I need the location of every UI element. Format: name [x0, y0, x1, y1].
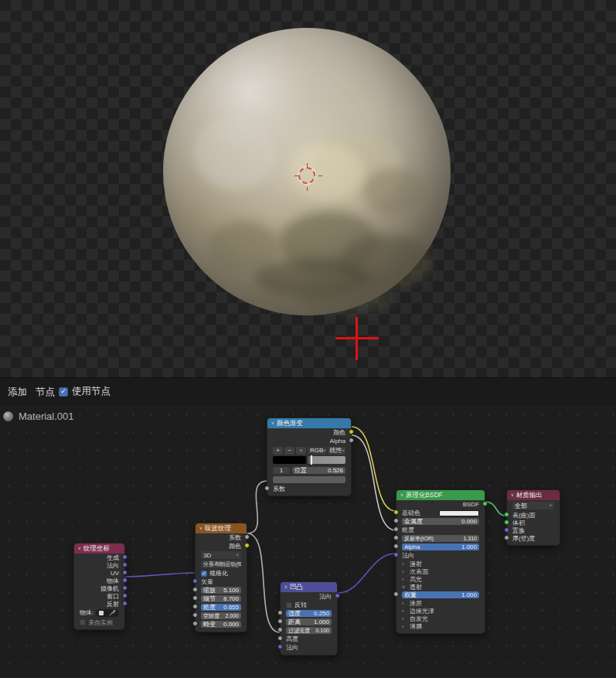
viewport-3d[interactable] [0, 0, 616, 377]
panel-coat[interactable]: ›涂层 [396, 599, 485, 607]
socket-filter-width-in[interactable] [277, 627, 283, 632]
stop-position-slider[interactable]: 位置0.526 [292, 467, 345, 474]
socket-roughness-in[interactable] [393, 526, 399, 532]
socket-metallic-in[interactable] [393, 518, 399, 523]
socket-uv-out[interactable] [122, 570, 128, 575]
scale-slider[interactable]: 缩放5.100 [201, 587, 241, 594]
node-header-color-ramp[interactable]: ˅ 颜色渐变 [267, 418, 351, 428]
socket-normal-in[interactable] [277, 644, 283, 649]
menu-node[interactable]: 节点 [31, 378, 60, 406]
node-principled-bsdf[interactable]: ˅ 原理化BSDF BSDF 基础色 金属度0.000 糙度 反射率(IOR)1… [396, 489, 485, 634]
socket-strength-in[interactable] [277, 610, 283, 615]
socket-fac-in[interactable] [264, 486, 270, 491]
node-texture-coordinate[interactable]: ˅ 纹理坐标 生成 法向 UV 物体 摄像机 窗口 反射 物体: 来自实例 [73, 543, 125, 630]
node-material-output[interactable]: ˅ 材质输出 全部˅ 表(曲)面 体积 置换 厚(壁)度 [506, 489, 560, 546]
object-picker-field[interactable] [96, 609, 119, 617]
socket-roughness-in[interactable] [192, 604, 198, 609]
filter-width-slider[interactable]: 过滤宽度0.100 [286, 627, 332, 634]
panel-transmission[interactable]: ˅透射 [396, 583, 485, 591]
base-color-swatch[interactable] [439, 510, 479, 516]
color-mode-dropdown[interactable]: RGB˅ [308, 447, 326, 455]
noise-type-dropdown[interactable]: 分形布朗运动(fBM)˅ [201, 560, 241, 568]
strength-slider[interactable]: 强度0.250 [286, 610, 332, 617]
ramp-options-button[interactable]: ˅ [296, 447, 306, 455]
alpha-slider[interactable]: Alpha1.000 [402, 543, 479, 550]
detail-slider[interactable]: 细节8.700 [201, 595, 241, 602]
socket-thickness-in[interactable] [504, 535, 509, 540]
collapse-icon[interactable]: ˅ [78, 546, 81, 551]
output-label-color: 颜色 [333, 428, 345, 437]
node-title: 材质输出 [516, 491, 543, 500]
socket-bsdf-out[interactable] [482, 501, 488, 506]
collapse-icon[interactable]: ˅ [400, 492, 403, 498]
stop-color-swatch[interactable] [273, 476, 345, 483]
dimensions-dropdown[interactable]: 3D˅ [201, 551, 241, 559]
socket-window-out[interactable] [122, 593, 128, 598]
socket-transmission-weight-in[interactable] [393, 591, 399, 597]
from-instance-checkbox[interactable] [80, 619, 86, 625]
node-color-ramp[interactable]: ˅ 颜色渐变 颜色 Alpha + − ˅ RGB˅ 线性˅ 1 位置0.526… [267, 417, 352, 496]
panel-specular[interactable]: ›高光 [396, 575, 485, 583]
target-dropdown[interactable]: 全部˅ [512, 502, 554, 509]
socket-normal-out[interactable] [122, 562, 128, 567]
collapse-icon[interactable]: ˅ [271, 421, 274, 426]
collapse-icon[interactable]: ˅ [284, 584, 288, 590]
node-noise-texture[interactable]: ˅ 噪波纹理 系数 颜色 3D˅ 分形布朗运动(fBM)˅ ✓规格化 矢量 缩放… [195, 523, 247, 632]
node-header-noise[interactable]: ˅ 噪波纹理 [196, 523, 247, 533]
socket-distance-in[interactable] [277, 618, 283, 624]
ior-slider[interactable]: 反射率(IOR)1.310 [402, 535, 479, 542]
socket-displacement-in[interactable] [504, 527, 509, 533]
interpolation-dropdown[interactable]: 线性˅ [328, 447, 346, 455]
node-bump[interactable]: ˅ 凹凸 法向 反转 强度0.250 距离1.000 过滤宽度0.100 高度 … [280, 581, 338, 656]
node-header-output[interactable]: ˅ 材质输出 [507, 490, 560, 500]
socket-fac-out[interactable] [244, 534, 250, 540]
socket-volume-in[interactable] [504, 520, 509, 525]
socket-alpha-in[interactable] [393, 543, 399, 549]
socket-alpha-out[interactable] [349, 438, 354, 443]
socket-normal-in[interactable] [393, 552, 399, 557]
collapse-icon[interactable]: ˅ [511, 492, 514, 498]
panel-sheen[interactable]: ›边缘光泽 [396, 607, 485, 615]
socket-reflection-out[interactable] [122, 601, 128, 606]
invert-checkbox[interactable] [286, 602, 292, 608]
socket-generated-out[interactable] [122, 554, 128, 560]
distortion-slider[interactable]: 畸变0.000 [201, 621, 241, 628]
panel-emission[interactable]: ›自发光 [396, 615, 485, 622]
eyedropper-icon[interactable] [109, 609, 116, 616]
socket-detail-in[interactable] [192, 595, 198, 601]
roughness-slider[interactable]: 糙度0.655 [201, 604, 241, 611]
check-icon: ✓ [60, 388, 66, 395]
node-header-bump[interactable]: ˅ 凹凸 [281, 582, 337, 592]
panel-thin-film[interactable]: ›薄膜 [396, 622, 485, 630]
socket-base-color-in[interactable] [393, 509, 399, 515]
distance-slider[interactable]: 距离1.000 [286, 618, 332, 625]
use-nodes-checkbox[interactable]: ✓ [59, 387, 68, 397]
stop-index-field[interactable]: 1 [273, 467, 290, 474]
menu-add[interactable]: 添加 [3, 378, 32, 406]
transmission-weight-slider[interactable]: 权重1.000 [402, 591, 479, 598]
node-header-principled[interactable]: ˅ 原理化BSDF [396, 490, 485, 500]
ramp-stop-handle[interactable] [311, 455, 312, 465]
socket-camera-out[interactable] [122, 585, 128, 591]
socket-ior-in[interactable] [393, 535, 399, 540]
socket-object-out[interactable] [122, 577, 128, 583]
socket-scale-in[interactable] [192, 587, 198, 592]
collapse-icon[interactable]: ˅ [199, 526, 202, 531]
lacunarity-slider[interactable]: 空隙度2.000 [201, 612, 241, 619]
panel-diffuse[interactable]: ›漫射 [396, 560, 485, 567]
color-ramp-gradient[interactable] [273, 456, 345, 464]
socket-distortion-in[interactable] [192, 621, 198, 626]
socket-height-in[interactable] [277, 635, 283, 641]
remove-stop-button[interactable]: − [284, 447, 294, 455]
socket-normal-out[interactable] [335, 593, 340, 598]
socket-surface-in[interactable] [504, 512, 509, 517]
socket-color-out[interactable] [349, 429, 354, 434]
add-stop-button[interactable]: + [273, 447, 283, 455]
normalize-checkbox[interactable]: ✓ [201, 571, 207, 577]
node-header-texcoord[interactable]: ˅ 纹理坐标 [74, 543, 124, 554]
socket-lacunarity-in[interactable] [192, 612, 198, 618]
metallic-slider[interactable]: 金属度0.000 [402, 518, 479, 525]
socket-vector-in[interactable] [192, 578, 198, 584]
panel-subsurface[interactable]: ›次表面 [396, 567, 485, 575]
socket-color-out[interactable] [244, 543, 250, 548]
